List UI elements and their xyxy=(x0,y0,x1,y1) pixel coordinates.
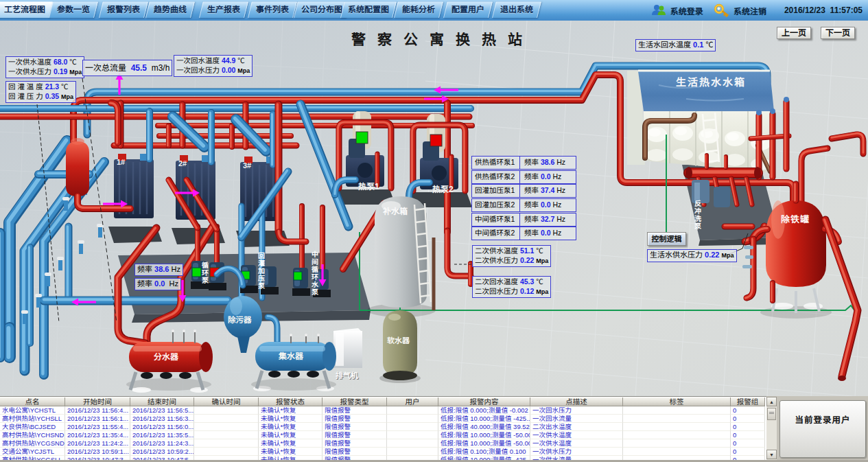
svg-text:补水箱: 补水箱 xyxy=(382,207,408,216)
svg-text:水: 水 xyxy=(311,281,319,288)
svg-text:集水器: 集水器 xyxy=(278,351,304,361)
svg-text:加: 加 xyxy=(257,267,265,275)
svg-text:排气机: 排气机 xyxy=(336,371,358,380)
svg-text:分水器: 分水器 xyxy=(154,352,179,362)
svg-text:反: 反 xyxy=(694,200,701,207)
svg-text:除铁罐: 除铁罐 xyxy=(781,214,810,224)
svg-text:热泵1: 热泵1 xyxy=(358,182,379,192)
svg-text:2#: 2# xyxy=(178,159,187,168)
svg-text:中: 中 xyxy=(312,251,318,258)
svg-text:除污器: 除污器 xyxy=(228,315,252,324)
svg-text:生活热水水箱: 生活热水水箱 xyxy=(676,76,746,88)
svg-text:灌: 灌 xyxy=(258,259,265,267)
svg-text:泵: 泵 xyxy=(694,222,702,230)
svg-text:软水器: 软水器 xyxy=(387,336,410,345)
svg-text:回: 回 xyxy=(258,252,265,259)
svg-text:环: 环 xyxy=(312,273,318,281)
svg-text:1#: 1# xyxy=(117,158,125,166)
svg-text:压: 压 xyxy=(258,275,265,282)
svg-text:环: 环 xyxy=(202,269,209,277)
svg-text:循: 循 xyxy=(312,266,318,273)
svg-text:泵: 泵 xyxy=(202,277,209,284)
svg-text:冲: 冲 xyxy=(694,207,701,215)
svg-text:洗: 洗 xyxy=(694,215,701,222)
svg-text:泵: 泵 xyxy=(312,288,319,296)
svg-text:循: 循 xyxy=(202,262,209,269)
svg-text:间: 间 xyxy=(312,258,318,266)
svg-text:热泵2: 热泵2 xyxy=(432,185,454,194)
svg-text:3#: 3# xyxy=(243,161,251,170)
svg-text:泵: 泵 xyxy=(258,282,266,290)
